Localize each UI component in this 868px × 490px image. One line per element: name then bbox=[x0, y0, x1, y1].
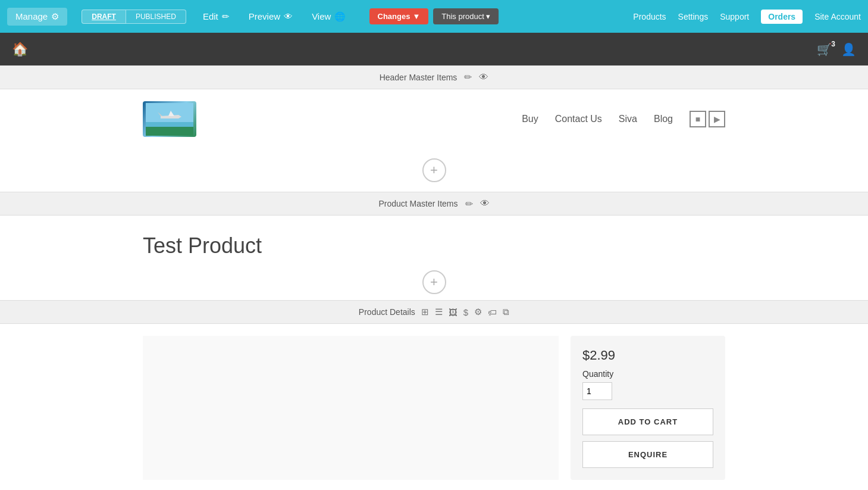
draft-published-tabs: DRAFT PUBLISHED bbox=[82, 10, 186, 24]
copy-icon[interactable]: ⧉ bbox=[503, 307, 509, 317]
this-product-label: This product ▾ bbox=[441, 12, 490, 21]
gear-icon: ⚙ bbox=[51, 11, 59, 22]
layout-icon[interactable]: ⊞ bbox=[421, 307, 429, 317]
this-product-button[interactable]: This product ▾ bbox=[433, 8, 499, 24]
products-link[interactable]: Products bbox=[633, 12, 666, 21]
product-image-area bbox=[143, 336, 559, 480]
changes-dropdown-icon: ▼ bbox=[412, 12, 420, 21]
published-tab[interactable]: PUBLISHED bbox=[126, 10, 186, 24]
edit-pencil-icon[interactable]: ✏ bbox=[464, 71, 472, 83]
settings-icon[interactable]: ⚙ bbox=[474, 307, 482, 317]
edit-button[interactable]: Edit ✏ bbox=[195, 8, 238, 26]
product-price: $2.99 bbox=[582, 348, 713, 363]
nav-buy-link[interactable]: Buy bbox=[522, 114, 538, 124]
list-icon[interactable]: ☰ bbox=[435, 307, 443, 317]
logo-image bbox=[143, 101, 196, 137]
header-master-label: Header Master Items bbox=[380, 73, 457, 82]
home-icon[interactable]: 🏠 bbox=[12, 42, 28, 57]
product-master-visibility-icon[interactable]: 👁 bbox=[480, 198, 490, 209]
tag-icon[interactable]: 🏷 bbox=[488, 307, 497, 317]
product-master-bar: Product Master Items ✏ 👁 bbox=[0, 192, 868, 216]
product-title-section: Test Product bbox=[0, 216, 868, 264]
nav-contact-link[interactable]: Contact Us bbox=[555, 114, 602, 124]
product-details-content: $2.99 Quantity ADD TO CART ENQUIRE bbox=[0, 324, 868, 490]
header-nav-icons: ■ ▶ bbox=[690, 111, 725, 127]
draft-tab[interactable]: DRAFT bbox=[82, 10, 126, 24]
orders-link[interactable]: Orders bbox=[761, 10, 803, 24]
social-icon-1[interactable]: ■ bbox=[690, 111, 706, 127]
header-master-bar: Header Master Items ✏ 👁 bbox=[0, 65, 868, 89]
nav-blog-link[interactable]: Blog bbox=[654, 114, 673, 124]
preview-button[interactable]: Preview 👁 bbox=[240, 8, 301, 25]
view-label: View bbox=[312, 11, 331, 21]
add-to-cart-button[interactable]: ADD TO CART bbox=[582, 408, 713, 435]
add-section-button-1[interactable]: + bbox=[422, 158, 446, 182]
toolbar-right: Products Settings Support Orders Site Ac… bbox=[633, 10, 861, 24]
add-section-button-2[interactable]: + bbox=[422, 270, 446, 294]
changes-label: Changes bbox=[378, 12, 411, 21]
edit-label: Edit bbox=[203, 11, 218, 21]
site-content: Buy Contact Us Siva Blog ■ ▶ + Product M… bbox=[0, 89, 868, 490]
nav-bar: 🏠 🛒 3 👤 bbox=[0, 33, 868, 65]
quantity-label: Quantity bbox=[582, 369, 713, 379]
price-icon[interactable]: $ bbox=[463, 307, 468, 317]
quantity-input[interactable] bbox=[582, 382, 612, 400]
user-icon[interactable]: 👤 bbox=[841, 42, 856, 57]
settings-link[interactable]: Settings bbox=[678, 12, 709, 21]
edit-icon: ✏ bbox=[222, 11, 230, 22]
image-icon[interactable]: 🖼 bbox=[449, 307, 457, 317]
svg-rect-4 bbox=[146, 122, 193, 127]
product-master-label: Product Master Items bbox=[378, 199, 457, 208]
social-icon-2[interactable]: ▶ bbox=[709, 111, 725, 127]
header-nav: Buy Contact Us Siva Blog ■ ▶ bbox=[522, 111, 725, 127]
nav-siva-link[interactable]: Siva bbox=[619, 114, 637, 124]
add-section-wrapper-2: + bbox=[0, 264, 868, 300]
manage-label: Manage bbox=[15, 11, 48, 21]
header-section: Buy Contact Us Siva Blog ■ ▶ bbox=[0, 89, 868, 149]
enquire-button[interactable]: ENQUIRE bbox=[582, 441, 713, 468]
globe-icon: 🌐 bbox=[334, 11, 346, 22]
changes-button[interactable]: Changes ▼ bbox=[369, 8, 429, 24]
preview-label: Preview bbox=[249, 11, 280, 21]
product-title: Test Product bbox=[143, 233, 725, 258]
product-details-label: Product Details bbox=[359, 307, 415, 317]
cart-icon[interactable]: 🛒 3 bbox=[817, 42, 832, 57]
site-account-link[interactable]: Site Account bbox=[814, 12, 861, 21]
product-details-bar: Product Details ⊞ ☰ 🖼 $ ⚙ 🏷 ⧉ bbox=[0, 300, 868, 324]
product-master-edit-icon[interactable]: ✏ bbox=[465, 198, 473, 210]
toolbar-left: Manage ⚙ DRAFT PUBLISHED Edit ✏ Preview … bbox=[7, 8, 354, 26]
product-sidebar: $2.99 Quantity ADD TO CART ENQUIRE bbox=[571, 336, 725, 480]
cart-badge: 3 bbox=[831, 40, 835, 48]
view-button[interactable]: View 🌐 bbox=[303, 8, 354, 26]
manage-button[interactable]: Manage ⚙ bbox=[7, 8, 67, 26]
support-link[interactable]: Support bbox=[720, 12, 749, 21]
nav-right-icons: 🛒 3 👤 bbox=[817, 42, 856, 57]
visibility-icon[interactable]: 👁 bbox=[479, 72, 488, 83]
eye-icon: 👁 bbox=[284, 11, 293, 21]
center-buttons: Changes ▼ This product ▾ bbox=[369, 8, 499, 24]
add-section-wrapper-1: + bbox=[0, 149, 868, 192]
top-toolbar: Manage ⚙ DRAFT PUBLISHED Edit ✏ Preview … bbox=[0, 0, 868, 33]
